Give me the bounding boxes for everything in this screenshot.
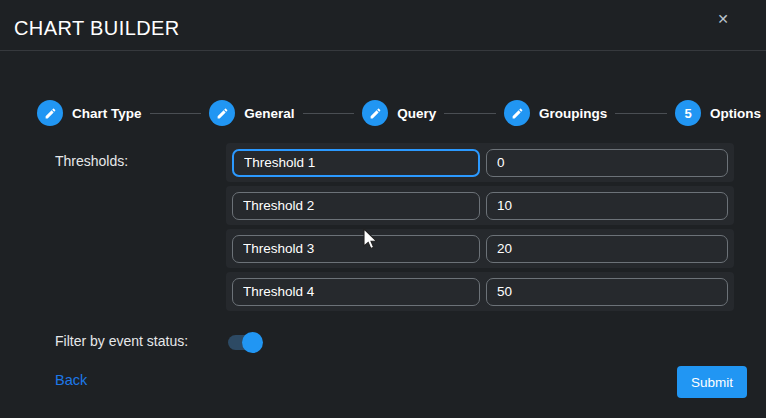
- threshold-name-input[interactable]: [232, 192, 480, 220]
- step-label: Groupings: [539, 106, 607, 121]
- step-label: Options: [710, 106, 761, 121]
- step-query[interactable]: Query: [362, 100, 436, 126]
- chart-builder-dialog: CHART BUILDER ✕ Chart Type General Query: [0, 0, 766, 418]
- step-general[interactable]: General: [209, 100, 294, 126]
- threshold-value-input[interactable]: [486, 278, 728, 306]
- pencil-icon[interactable]: [37, 100, 63, 126]
- submit-button[interactable]: Submit: [677, 366, 747, 398]
- threshold-row: [226, 272, 734, 311]
- step-connector: [444, 113, 496, 114]
- step-chart-type[interactable]: Chart Type: [37, 100, 142, 126]
- step-number-badge[interactable]: 5: [675, 100, 701, 126]
- threshold-name-input[interactable]: [232, 149, 480, 177]
- threshold-value-input[interactable]: [486, 192, 728, 220]
- step-connector: [150, 113, 202, 114]
- threshold-row: [226, 186, 734, 225]
- filter-by-event-status-label: Filter by event status:: [55, 333, 188, 349]
- threshold-row: [226, 143, 734, 182]
- thresholds-label: Thresholds:: [55, 153, 128, 169]
- back-link[interactable]: Back: [55, 372, 87, 388]
- wizard-stepper: Chart Type General Query Groupings 5: [37, 100, 761, 126]
- dialog-header: CHART BUILDER ✕: [0, 0, 766, 51]
- threshold-value-input[interactable]: [486, 235, 728, 263]
- step-groupings[interactable]: Groupings: [504, 100, 607, 126]
- threshold-rows: [226, 143, 734, 315]
- threshold-row: [226, 229, 734, 268]
- threshold-name-input[interactable]: [232, 278, 480, 306]
- step-label: Chart Type: [72, 106, 142, 121]
- threshold-value-input[interactable]: [486, 149, 728, 177]
- step-label: General: [244, 106, 294, 121]
- pencil-icon[interactable]: [209, 100, 235, 126]
- step-connector: [615, 113, 667, 114]
- toggle-thumb[interactable]: [242, 332, 263, 353]
- close-icon[interactable]: ✕: [708, 6, 738, 32]
- header-divider: [0, 50, 766, 51]
- filter-toggle-switch[interactable]: [228, 335, 260, 350]
- pencil-icon[interactable]: [362, 100, 388, 126]
- threshold-name-input[interactable]: [232, 235, 480, 263]
- dialog-title: CHART BUILDER: [14, 17, 180, 40]
- step-label: Query: [397, 106, 436, 121]
- step-options[interactable]: 5 Options: [675, 100, 761, 126]
- pencil-icon[interactable]: [504, 100, 530, 126]
- step-connector: [303, 113, 355, 114]
